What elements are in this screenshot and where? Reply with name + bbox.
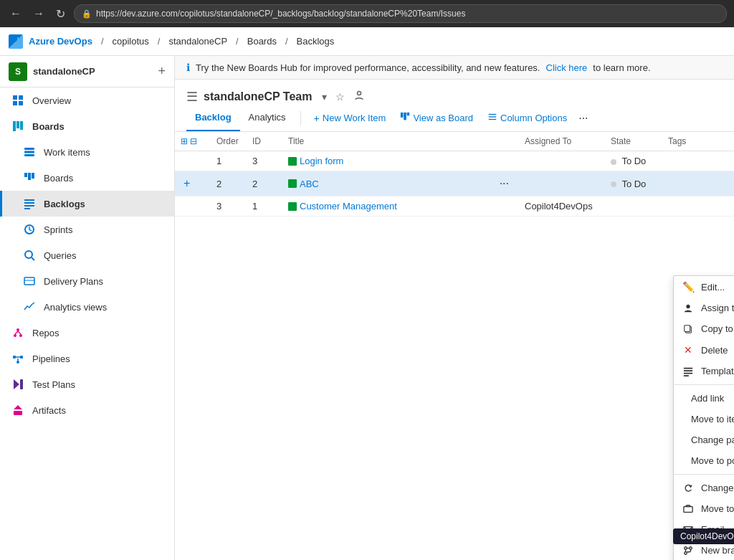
address-bar[interactable]: 🔒 https://dev.azure.com/copilotus/standa… (74, 4, 727, 23)
sidebar-item-test-plans[interactable]: Test Plans (0, 371, 174, 397)
team-settings-button[interactable] (352, 88, 366, 105)
sidebar-item-queries[interactable]: Queries (0, 242, 174, 268)
backlog-table: ⊞ ⊟ Order ID Title Assigned To State Tag… (175, 132, 734, 217)
sidebar-item-analytics-views[interactable]: Analytics views (0, 294, 174, 320)
row2-id: 2 (247, 171, 282, 196)
back-button[interactable]: ← (7, 4, 24, 23)
row1-title[interactable]: Login form (282, 151, 490, 171)
ctx-change-parent-label: Change parent... (691, 435, 734, 445)
row3-expand (175, 196, 211, 217)
ctx-move-team-project[interactable]: Move to team project... (674, 498, 734, 519)
sidebar-item-backlogs[interactable]: Backlogs (0, 191, 174, 217)
svg-rect-38 (404, 113, 407, 120)
expand-all-icon[interactable]: ⊞ (181, 136, 188, 146)
ctx-add-link[interactable]: Add link › (674, 388, 734, 409)
sidebar-item-artifacts[interactable]: Artifacts (0, 397, 174, 423)
column-options-button[interactable]: Column Options (480, 106, 574, 130)
delivery-plans-icon (22, 274, 37, 288)
ctx-change-parent[interactable]: Change parent... (674, 430, 734, 450)
svg-rect-4 (13, 121, 16, 131)
ctx-move-iteration-label: Move to iteration (691, 414, 734, 424)
copy-clipboard-icon (682, 324, 694, 334)
row2-expand[interactable]: + (175, 171, 211, 196)
info-bar: ℹ Try the New Boards Hub for improved pe… (175, 56, 734, 80)
svg-rect-12 (32, 173, 34, 179)
org-link[interactable]: copilotus (113, 36, 149, 47)
sidebar-item-delivery-plans[interactable]: Delivery Plans (0, 268, 174, 294)
row2-actions[interactable]: ··· (490, 171, 519, 196)
app-name[interactable]: Azure DevOps (29, 36, 92, 47)
tab-analytics[interactable]: Analytics (240, 105, 295, 131)
repos-label: Repos (32, 328, 59, 338)
ctx-edit[interactable]: ✏️ Edit... (674, 276, 734, 298)
info-message: Try the New Boards Hub for improved perf… (196, 62, 540, 73)
view-as-board-button[interactable]: View as Board (393, 106, 480, 130)
ctx-templates[interactable]: Templates › (674, 361, 734, 381)
row2-order: 2 (211, 171, 247, 196)
row2-state-label: To Do (621, 179, 646, 189)
sidebar-item-overview[interactable]: Overview (0, 87, 174, 113)
forward-button[interactable]: → (30, 4, 47, 23)
svg-rect-10 (24, 173, 27, 177)
work-item-icon-1 (288, 157, 297, 166)
tab-backlog[interactable]: Backlog (186, 105, 240, 131)
svg-line-26 (18, 331, 21, 334)
row2-assigned (519, 171, 605, 196)
ctx-delete[interactable]: ✕ Delete (674, 339, 734, 361)
sidebar-nav: Overview Boards Work items (0, 87, 174, 423)
ctx-assign-to-label: Assign to (701, 303, 734, 313)
row1-state-label: To Do (621, 156, 646, 166)
ctx-move-iteration[interactable]: Move to iteration › (674, 409, 734, 430)
svg-rect-7 (24, 148, 34, 150)
row2-title[interactable]: ABC (282, 171, 490, 196)
sidebar-item-pipelines[interactable]: Pipelines (0, 346, 174, 371)
svg-rect-27 (13, 356, 16, 359)
test-plans-icon (11, 377, 25, 391)
favorite-button[interactable]: ☆ (334, 90, 346, 104)
sidebar-item-work-items[interactable]: Work items (0, 139, 174, 165)
new-work-item-button[interactable]: + New Work Item (307, 107, 394, 130)
row1-expand (175, 151, 211, 171)
sidebar-item-boards-header[interactable]: Boards (0, 113, 174, 139)
sidebar-item-sprints[interactable]: Sprints (0, 217, 174, 242)
sidebar-header: S standaloneCP + (0, 56, 174, 87)
work-item-link-3[interactable]: Customer Management (300, 201, 397, 212)
add-project-button[interactable]: + (158, 64, 166, 79)
project-name[interactable]: standaloneCP (33, 66, 152, 77)
more-options-button[interactable]: ··· (574, 108, 592, 129)
ctx-change-type[interactable]: Change type... (674, 478, 734, 498)
new-work-item-icon: + (314, 113, 320, 124)
backlog-area[interactable]: ⊞ ⊟ Order ID Title Assigned To State Tag… (175, 132, 734, 560)
work-item-link-2[interactable]: ABC (300, 179, 319, 189)
row3-title[interactable]: Customer Management (282, 196, 490, 217)
project-link[interactable]: standaloneCP (168, 36, 227, 47)
row2-ellipsis-button[interactable]: ··· (495, 176, 513, 191)
ctx-copy-clipboard[interactable]: Copy to clipboard (674, 318, 734, 339)
add-child-button-2[interactable]: + (181, 177, 193, 190)
svg-point-53 (690, 546, 692, 549)
row1-state: To Do (605, 151, 662, 171)
ctx-move-position[interactable]: Move to position... (674, 450, 734, 471)
svg-rect-45 (685, 325, 690, 331)
ctx-assign-to[interactable]: Assign to › (674, 298, 734, 318)
backlogs-label: Backlogs (44, 199, 85, 209)
svg-rect-33 (20, 379, 23, 389)
page-title: standaloneCP Team (204, 90, 312, 103)
sidebar-item-boards[interactable]: Boards (0, 165, 174, 191)
svg-rect-0 (13, 95, 17, 100)
overview-icon (11, 93, 25, 108)
templates-icon (682, 366, 694, 376)
svg-point-22 (16, 328, 19, 331)
main-layout: S standaloneCP + Overview Boards (0, 56, 734, 560)
team-dropdown-button[interactable]: ▾ (320, 90, 328, 104)
svg-rect-13 (24, 199, 34, 201)
sidebar-item-repos[interactable]: Repos (0, 320, 174, 346)
section-link[interactable]: Boards (247, 36, 277, 47)
svg-point-52 (685, 546, 687, 549)
svg-marker-32 (14, 379, 19, 389)
work-item-link-1[interactable]: Login form (300, 156, 343, 166)
collapse-all-icon[interactable]: ⊟ (190, 136, 197, 146)
click-here-link[interactable]: Click here (546, 62, 588, 73)
svg-rect-15 (24, 205, 34, 207)
refresh-button[interactable]: ↻ (53, 4, 68, 24)
